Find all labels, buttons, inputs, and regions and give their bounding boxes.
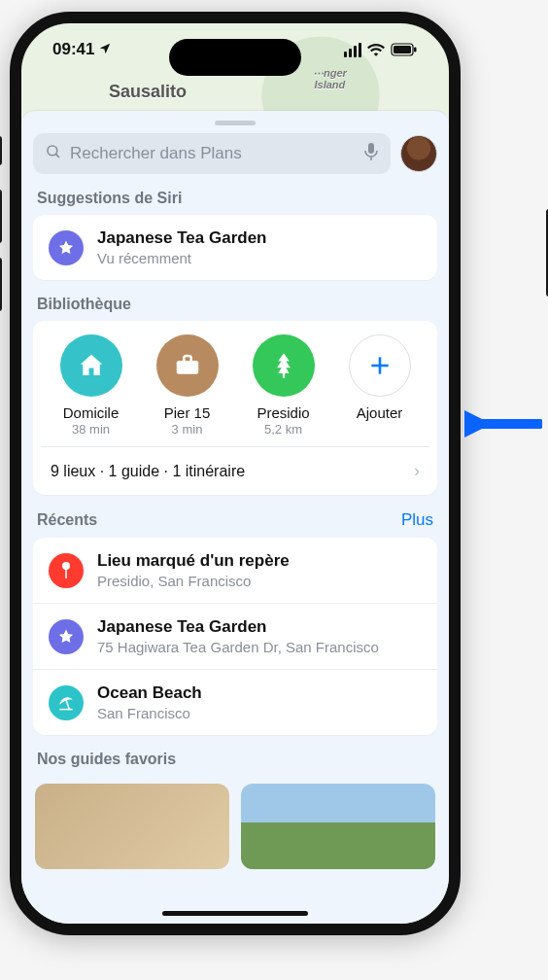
recent-title: Lieu marqué d'un repère [97, 551, 290, 571]
section-title-guides: Nos guides favoris [37, 751, 433, 768]
pin-icon [49, 553, 84, 588]
siri-suggestion-title: Japanese Tea Garden [97, 228, 267, 248]
search-icon [45, 143, 62, 164]
svg-point-3 [48, 146, 57, 156]
recents-list: Lieu marqué d'un repère Presidio, San Fr… [33, 538, 437, 735]
recent-sub: Presidio, San Francisco [97, 573, 290, 589]
dictate-icon[interactable] [363, 142, 379, 165]
library-summary-row[interactable]: 9 lieux · 1 guide · 1 itinéraire › [41, 446, 429, 495]
section-title-recents: Récents Plus [37, 510, 433, 530]
status-time: 09:41 [52, 40, 94, 59]
svg-rect-12 [65, 569, 67, 578]
svg-line-4 [55, 154, 59, 158]
search-input[interactable] [70, 144, 356, 163]
section-title-siri: Suggestions de Siri [37, 190, 433, 207]
recents-more-link[interactable]: Plus [401, 510, 433, 530]
svg-rect-8 [282, 373, 284, 378]
home-icon [60, 334, 122, 397]
siri-suggestion-card[interactable]: Japanese Tea Garden Vu récemment [33, 215, 437, 280]
recent-sub: San Francisco [97, 705, 202, 721]
recent-title: Ocean Beach [97, 683, 202, 703]
svg-rect-1 [394, 46, 411, 53]
recent-row-oceanbeach[interactable]: Ocean Beach San Francisco [33, 669, 437, 735]
recent-title: Japanese Tea Garden [97, 617, 379, 637]
profile-avatar[interactable] [400, 135, 437, 172]
recent-row-pinned[interactable]: Lieu marqué d'un repère Presidio, San Fr… [33, 538, 437, 603]
search-field[interactable] [33, 133, 391, 174]
library-item-presidio[interactable]: Presidio 5,2 km [241, 334, 326, 437]
section-title-library: Bibliothèque [37, 296, 433, 313]
guide-tile-food[interactable] [35, 784, 229, 869]
guides-row [33, 784, 437, 869]
siri-suggestion-sub: Vu récemment [97, 250, 267, 266]
library-item-add[interactable]: Ajouter [337, 334, 423, 437]
chevron-right-icon: › [414, 461, 420, 481]
star-icon [49, 619, 84, 654]
iphone-frame: Sausalito ⋯nger Island 09:41 [10, 12, 461, 935]
svg-line-13 [66, 699, 69, 709]
beach-umbrella-icon [49, 685, 84, 720]
volume-up-button [0, 190, 2, 243]
map-label-sausalito: Sausalito [109, 82, 187, 102]
svg-rect-7 [176, 361, 198, 374]
home-indicator[interactable] [162, 911, 308, 916]
volume-down-button [0, 258, 2, 311]
briefcase-icon [156, 334, 219, 397]
library-item-home[interactable]: Domicile 38 min [49, 334, 134, 437]
annotation-arrow-icon [464, 406, 542, 441]
sheet-grabber[interactable] [215, 121, 256, 125]
plus-icon [349, 334, 411, 397]
tree-icon [253, 334, 315, 397]
location-arrow-icon [98, 42, 112, 58]
guide-tile-coast[interactable] [241, 784, 435, 869]
wifi-icon [367, 43, 385, 56]
recent-row-teagarden[interactable]: Japanese Tea Garden 75 Hagiwara Tea Gard… [33, 603, 437, 669]
svg-point-11 [62, 562, 70, 570]
svg-rect-5 [368, 143, 374, 154]
volume-silent-switch [0, 136, 2, 165]
dynamic-island [169, 39, 301, 76]
library-item-pier15[interactable]: Pier 15 3 min [145, 334, 230, 437]
svg-rect-2 [414, 48, 417, 52]
search-sheet: Suggestions de Siri Japanese Tea Garden … [21, 111, 449, 924]
battery-icon [391, 43, 418, 56]
recent-sub: 75 Hagiwara Tea Garden Dr, San Francisco [97, 639, 379, 655]
library-card: Domicile 38 min Pier 15 3 min Presidio 5… [33, 321, 437, 495]
map-label-island: ⋯nger Island [313, 68, 347, 90]
library-summary-text: 9 lieux · 1 guide · 1 itinéraire [51, 463, 245, 480]
star-icon [49, 230, 84, 265]
cell-signal-icon [344, 43, 361, 57]
